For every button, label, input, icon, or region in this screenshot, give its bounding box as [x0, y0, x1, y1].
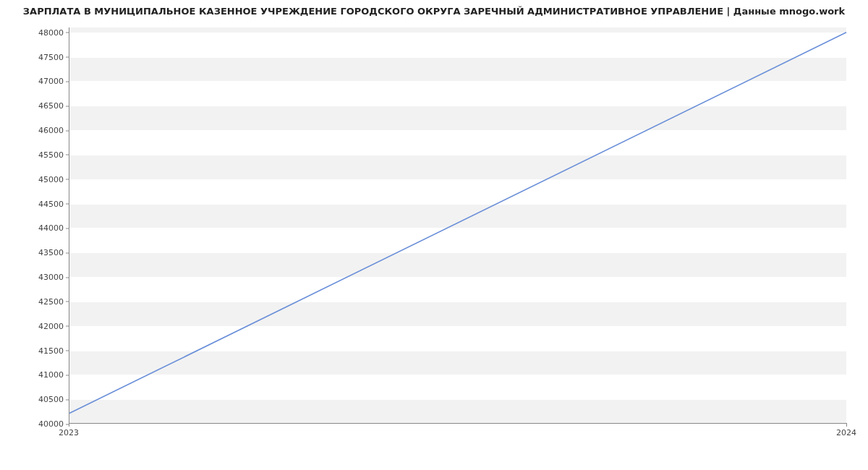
chart-container: ЗАРПЛАТА В МУНИЦИПАЛЬНОЕ КАЗЕННОЕ УЧРЕЖД… [0, 0, 868, 470]
y-tick-label: 43000 [6, 273, 64, 282]
y-tick-label: 47500 [6, 52, 64, 61]
y-tick-label: 48000 [6, 27, 64, 37]
y-tick-label: 41000 [6, 370, 64, 380]
x-tick-label: 2023 [59, 428, 79, 437]
y-tick-label: 47000 [6, 77, 64, 86]
y-tick-label: 42000 [6, 321, 64, 330]
y-tick-label: 45000 [6, 174, 64, 184]
y-tick-label: 46500 [6, 101, 64, 111]
y-tick-label: 42500 [6, 296, 64, 306]
y-tick-label: 41500 [6, 346, 64, 355]
y-tick-label: 44000 [6, 223, 64, 233]
y-tick-label: 40500 [6, 395, 64, 404]
plot-area [69, 27, 846, 424]
y-tick-label: 40000 [6, 419, 64, 429]
y-tick-label: 43500 [6, 248, 64, 257]
y-tick-label: 46000 [6, 126, 64, 135]
chart-title: ЗАРПЛАТА В МУНИЦИПАЛЬНОЕ КАЗЕННОЕ УЧРЕЖД… [0, 6, 868, 17]
y-tick-label: 45500 [6, 150, 64, 159]
data-line [69, 33, 846, 414]
x-tick-label: 2024 [836, 428, 856, 437]
gridline [69, 424, 846, 424]
line-series [69, 27, 846, 423]
y-tick-label: 44500 [6, 199, 64, 208]
